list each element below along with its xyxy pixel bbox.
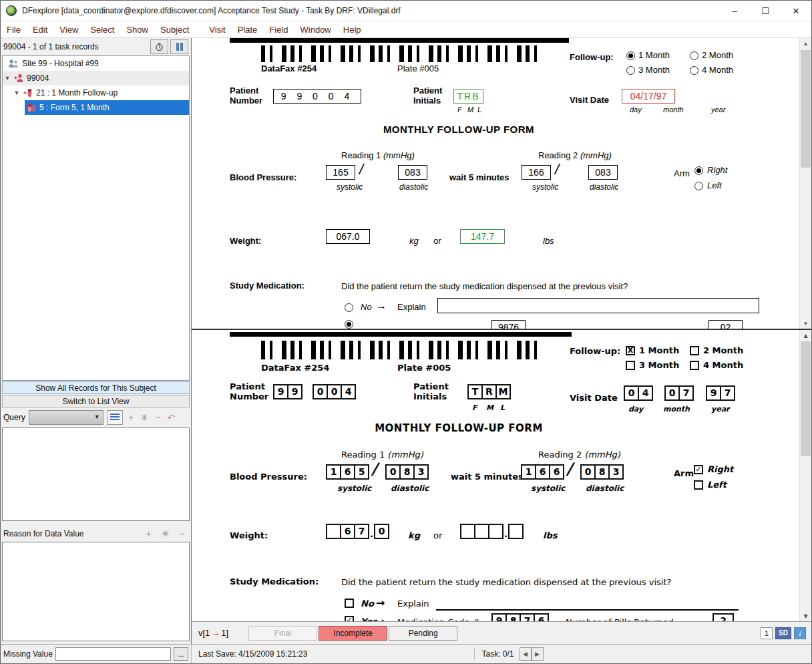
lbs-label: lbs bbox=[543, 236, 554, 246]
visit-date-label: Visit Date bbox=[570, 95, 609, 105]
query-list-button[interactable] bbox=[107, 410, 123, 425]
missing-value-more-button[interactable]: ... bbox=[174, 647, 188, 661]
weight-label: Weight: bbox=[230, 530, 268, 540]
chevron-down-icon[interactable]: ▼ bbox=[12, 90, 21, 96]
tree-plate-row[interactable]: 5 : Form 5, 1 Month bbox=[3, 100, 189, 115]
tree-visit-row[interactable]: ▼ 21 : 1 Month Follow-up bbox=[3, 86, 189, 100]
checkbox-3-month bbox=[626, 361, 635, 370]
page-one-button[interactable]: 1 bbox=[761, 627, 773, 639]
plate-label: Plate #005 bbox=[397, 363, 451, 373]
tree-subject-row[interactable]: ▼ 99004 bbox=[3, 71, 189, 86]
radio-2-month[interactable] bbox=[690, 51, 698, 60]
tree-site-row[interactable]: Site 99 - Hospital #99 bbox=[3, 56, 189, 71]
sidebar: 99004 - 1 of 1 task records Site 99 - Ho… bbox=[1, 38, 192, 644]
add-reason-icon[interactable]: + bbox=[144, 529, 154, 538]
menu-field[interactable]: Field bbox=[263, 25, 294, 35]
checkbox-2-month bbox=[690, 346, 699, 355]
menu-visit[interactable]: Visit bbox=[203, 25, 231, 35]
radio-arm-right[interactable] bbox=[694, 166, 703, 175]
radio-1-month[interactable] bbox=[626, 51, 635, 60]
image-scrollbar[interactable]: ▲ ▼ bbox=[799, 330, 811, 621]
bp1-diastolic-cells: 083 bbox=[385, 464, 429, 480]
menu-subject[interactable]: Subject bbox=[154, 25, 195, 35]
reading2-label: Reading 2 (mmHg) bbox=[538, 150, 612, 160]
bp2-diastolic-field[interactable]: 083 bbox=[588, 165, 618, 180]
form-scrollbar[interactable]: ▲ ▼ bbox=[799, 38, 811, 329]
edit-query-icon[interactable]: ✳ bbox=[140, 413, 150, 422]
info-button[interactable]: i bbox=[794, 627, 806, 639]
tree-plate-selection[interactable]: 5 : Form 5, 1 Month bbox=[25, 100, 189, 115]
menu-window[interactable]: Window bbox=[294, 25, 337, 35]
reason-textarea[interactable] bbox=[2, 542, 190, 641]
patient-initials-label: Patient Initials bbox=[413, 381, 449, 401]
scrollbar-thumb[interactable] bbox=[801, 50, 811, 168]
scroll-up-icon[interactable]: ▲ bbox=[800, 38, 811, 49]
chevron-down-icon[interactable]: ▼ bbox=[3, 75, 12, 81]
explain-field[interactable] bbox=[437, 298, 759, 313]
bp1-diastolic-field[interactable]: 083 bbox=[398, 165, 427, 180]
checkbox-1-month: X bbox=[626, 346, 635, 355]
timer-button[interactable] bbox=[150, 39, 168, 54]
timer-icon bbox=[155, 43, 164, 51]
columns-button[interactable] bbox=[170, 39, 188, 54]
sd-button[interactable]: SD bbox=[775, 627, 791, 639]
radio-med-yes[interactable] bbox=[345, 320, 353, 329]
menu-show[interactable]: Show bbox=[120, 25, 154, 35]
menu-file[interactable]: File bbox=[1, 25, 27, 35]
minimize-button[interactable]: – bbox=[719, 1, 750, 21]
bp2-systolic-field[interactable]: 166 bbox=[522, 165, 551, 180]
query-category-select[interactable]: ▼ bbox=[29, 410, 104, 425]
show-all-records-button[interactable]: Show All Records for This Subject bbox=[2, 381, 190, 394]
radio-3-month[interactable] bbox=[626, 66, 635, 75]
undo-icon[interactable]: ↶ bbox=[166, 413, 176, 422]
chevron-down-icon: ▼ bbox=[94, 413, 100, 420]
remove-reason-icon[interactable]: − bbox=[177, 529, 187, 538]
patient-initials-field[interactable]: TRB bbox=[453, 89, 483, 104]
weight-lbs-field[interactable]: 147.7 bbox=[460, 229, 505, 244]
menu-edit[interactable]: Edit bbox=[27, 25, 53, 35]
weight-label: Weight: bbox=[230, 236, 261, 246]
no-label: No bbox=[361, 302, 372, 312]
missing-value-label: Missing Value bbox=[3, 649, 53, 659]
pills-returned-field[interactable]: 02 bbox=[708, 320, 743, 329]
final-button[interactable]: Final bbox=[248, 626, 317, 641]
remove-query-icon[interactable]: − bbox=[153, 413, 163, 422]
scroll-down-icon[interactable]: ▼ bbox=[800, 611, 811, 621]
previous-task-button[interactable]: ◀ bbox=[520, 647, 532, 661]
study-medication-label: Study Medication: bbox=[230, 576, 319, 587]
radio-arm-left[interactable] bbox=[694, 182, 703, 190]
radio-4-month[interactable] bbox=[690, 66, 698, 75]
radio-med-no[interactable] bbox=[345, 303, 353, 312]
visit-date-field[interactable]: 04/17/97 bbox=[622, 89, 675, 104]
incomplete-button[interactable]: Incomplete bbox=[319, 626, 387, 641]
missing-value-input[interactable] bbox=[55, 647, 171, 661]
switch-to-list-view-button[interactable]: Switch to List View bbox=[2, 395, 190, 407]
maximize-button[interactable]: ☐ bbox=[750, 1, 781, 21]
scroll-up-icon[interactable]: ▲ bbox=[800, 330, 811, 341]
edit-reason-icon[interactable]: ✳ bbox=[160, 529, 170, 538]
weight-kg-field[interactable]: 067.0 bbox=[326, 229, 370, 244]
menu-plate[interactable]: Plate bbox=[232, 25, 264, 35]
add-query-icon[interactable]: + bbox=[126, 413, 136, 422]
scrollbar-thumb[interactable] bbox=[801, 341, 811, 456]
next-task-button[interactable]: ▶ bbox=[532, 647, 544, 661]
arm-right-label: Right bbox=[707, 464, 733, 474]
close-button[interactable]: ✕ bbox=[781, 1, 811, 21]
scroll-down-icon[interactable]: ▼ bbox=[800, 318, 811, 329]
menu-help[interactable]: Help bbox=[337, 25, 367, 35]
bp1-systolic-field[interactable]: 165 bbox=[326, 165, 355, 180]
pending-button[interactable]: Pending bbox=[389, 626, 457, 641]
menu-view[interactable]: View bbox=[53, 25, 84, 35]
arm-label: Arm bbox=[674, 168, 690, 178]
menu-select[interactable]: Select bbox=[84, 25, 120, 35]
query-textarea[interactable] bbox=[2, 428, 190, 521]
followup-option-4: 4 Month bbox=[703, 360, 743, 370]
medication-code-field[interactable]: 9876 bbox=[491, 320, 526, 329]
status-divider bbox=[474, 648, 475, 660]
patient-number-field[interactable]: 9 9 0 0 4 bbox=[273, 89, 361, 104]
plate-icon bbox=[26, 103, 37, 112]
weight-lbs-cells bbox=[460, 524, 503, 539]
reading2-label: Reading 2 (mmHg) bbox=[538, 450, 620, 460]
diastolic-label: diastolic bbox=[391, 484, 429, 493]
datafax-label: DataFax #254 bbox=[261, 63, 317, 73]
